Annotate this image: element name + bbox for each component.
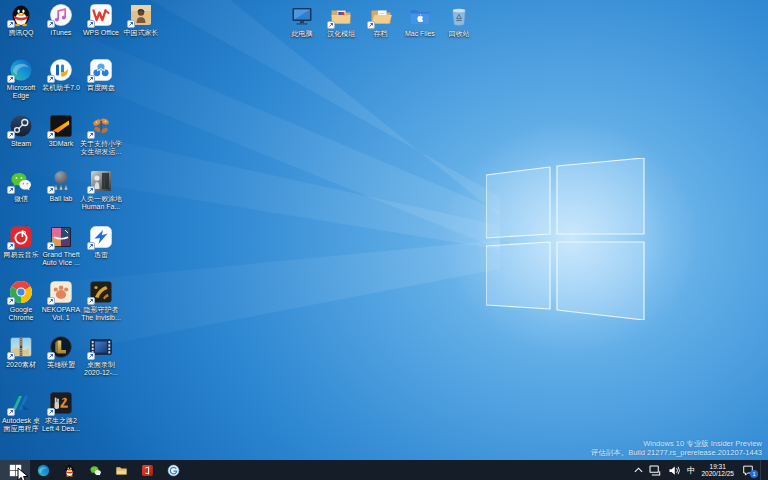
g-circle-app-icon — [167, 464, 180, 477]
desktop-icon-thispc[interactable]: 此电脑 — [282, 4, 322, 38]
humanfall-icon — [89, 169, 113, 193]
icon-label: 关于支持小学女生研发运... — [80, 140, 122, 156]
thispc-icon — [290, 4, 314, 28]
system-tray: 中 19:31 2020/12/25 1 — [634, 460, 768, 480]
desktop-icon-mark3d[interactable]: 3DMark — [41, 114, 81, 148]
taskbar-app-qq[interactable] — [56, 460, 82, 480]
start-button[interactable] — [0, 460, 30, 480]
ime-indicator[interactable]: 中 — [687, 460, 696, 480]
shortcut-arrow-icon — [367, 21, 375, 29]
desktop-icon-screenrec[interactable]: 桌面录制2020-12-... — [81, 335, 121, 377]
shortcut-arrow-icon — [47, 75, 55, 83]
wechat-icon — [89, 464, 102, 477]
desktop-icon-wps[interactable]: WPS Office — [81, 3, 121, 37]
lol-icon — [49, 335, 73, 359]
shortcut-arrow-icon — [7, 75, 15, 83]
watermark-line1: Windows 10 专业版 Insider Preview — [591, 439, 762, 448]
icon-label: 百度网盘 — [87, 84, 115, 92]
desktop-icon-l4d2[interactable]: 求生之路2Left 4 Dea... — [41, 391, 81, 433]
icon-label: 英雄联盟 — [47, 361, 75, 369]
shortcut-arrow-icon — [327, 21, 335, 29]
desktop-icon-balllab[interactable]: Ball lab — [41, 169, 81, 203]
office-icon — [141, 464, 154, 477]
desktop-icon-itunes[interactable]: iTunes — [41, 3, 81, 37]
icon-label: 微信 — [14, 195, 28, 203]
parents-icon — [129, 3, 153, 27]
action-center-button[interactable]: 1 — [742, 464, 754, 476]
taskbar-app-file-explorer[interactable] — [108, 460, 134, 480]
shortcut-arrow-icon — [7, 131, 15, 139]
nekopara-icon — [49, 280, 73, 304]
icon-label: 装机助手7.0 — [42, 84, 80, 92]
shortcut-arrow-icon — [7, 352, 15, 360]
desktop-icon-thunder[interactable]: 迅雷 — [81, 225, 121, 259]
desktop-wallpaper[interactable]: 腾讯QQiTunesWPS Office中国式家长MicrosoftEdge装机… — [0, 0, 768, 480]
desktop-icon-helper[interactable]: 装机助手7.0 — [41, 58, 81, 92]
desktop-icon-autodesk[interactable]: Autodesk 桌面应用程序 — [1, 391, 41, 433]
zip2020-icon — [9, 335, 33, 359]
desktop-icon-butterfly[interactable]: 关于支持小学女生研发运... — [81, 114, 121, 156]
icon-label: 回收站 — [449, 30, 470, 38]
desktop-icon-lol[interactable]: 英雄联盟 — [41, 335, 81, 369]
icon-label: Grand TheftAuto Vice ... — [42, 251, 80, 267]
shortcut-arrow-icon — [47, 297, 55, 305]
butterfly-icon — [89, 114, 113, 138]
desktop-icon-folderopen[interactable]: 存档 — [361, 4, 401, 38]
icon-label: 隐形守护者The Invisib... — [81, 306, 121, 322]
shortcut-arrow-icon — [127, 20, 135, 28]
icon-label: 求生之路2Left 4 Dea... — [42, 417, 80, 433]
gta-icon — [49, 225, 73, 249]
baidupan-icon — [89, 58, 113, 82]
desktop-icon-qq[interactable]: 腾讯QQ — [1, 3, 41, 37]
l4d2-icon — [49, 391, 73, 415]
tray-chevron-up-icon[interactable] — [634, 467, 643, 473]
icon-label: 桌面录制2020-12-... — [84, 361, 118, 377]
desktop-icon-parents[interactable]: 中国式家长 — [121, 3, 161, 37]
file-explorer-icon — [115, 464, 128, 477]
shortcut-arrow-icon — [47, 352, 55, 360]
taskbar-app-wechat[interactable] — [82, 460, 108, 480]
desktop-icon-folderred[interactable]: 汉化模组 — [321, 4, 361, 38]
itunes-icon — [49, 3, 73, 27]
desktop-icon-edge[interactable]: MicrosoftEdge — [1, 58, 41, 100]
shortcut-arrow-icon — [7, 186, 15, 194]
shortcut-arrow-icon — [47, 242, 55, 250]
network-ethernet-icon[interactable] — [649, 465, 662, 476]
recycle-icon — [447, 4, 471, 28]
desktop-icon-macfiles[interactable]: Mac Files — [400, 4, 440, 38]
desktop-icon-wechat[interactable]: 微信 — [1, 169, 41, 203]
desktop-icon-humanfall[interactable]: 人类一败涂地Human Fa... — [81, 169, 121, 211]
clock-date: 2020/12/25 — [701, 470, 734, 478]
notification-badge: 1 — [750, 470, 758, 478]
desktop-icon-gta[interactable]: Grand TheftAuto Vice ... — [41, 225, 81, 267]
desktop-icon-chrome[interactable]: GoogleChrome — [1, 280, 41, 322]
shortcut-arrow-icon — [7, 242, 15, 250]
shortcut-arrow-icon — [87, 75, 95, 83]
netease-icon — [9, 225, 33, 249]
desktop-icon-invisible[interactable]: 隐形守护者The Invisib... — [81, 280, 121, 322]
icon-label: 此电脑 — [292, 30, 313, 38]
taskbar-app-edge[interactable] — [30, 460, 56, 480]
insider-watermark: Windows 10 专业版 Insider Preview 评估副本。Buil… — [591, 439, 762, 457]
steam-icon — [9, 114, 33, 138]
taskbar-clock[interactable]: 19:31 2020/12/25 — [701, 463, 734, 478]
show-desktop-strip[interactable] — [760, 460, 764, 480]
icon-label: 汉化模组 — [327, 30, 355, 38]
taskbar-app-office[interactable] — [134, 460, 160, 480]
desktop-icon-recycle[interactable]: 回收站 — [439, 4, 479, 38]
desktop-icon-nekopara[interactable]: NEKOPARAVol. 1 — [41, 280, 81, 322]
desktop-icon-steam[interactable]: Steam — [1, 114, 41, 148]
desktop-icon-netease[interactable]: 网易云音乐 — [1, 225, 41, 259]
icon-label: Mac Files — [405, 30, 435, 38]
thunder-icon — [89, 225, 113, 249]
icon-label: 网易云音乐 — [4, 251, 39, 259]
volume-speaker-icon[interactable] — [668, 465, 681, 476]
screenrec-icon — [89, 335, 113, 359]
shortcut-arrow-icon — [87, 297, 95, 305]
folderopen-icon — [369, 4, 393, 28]
desktop-icon-zip2020[interactable]: 2020素材 — [1, 335, 41, 369]
taskbar-app-g-circle-app[interactable] — [160, 460, 186, 480]
desktop-icon-baidupan[interactable]: 百度网盘 — [81, 58, 121, 92]
helper-icon — [49, 58, 73, 82]
icon-label: 2020素材 — [6, 361, 36, 369]
